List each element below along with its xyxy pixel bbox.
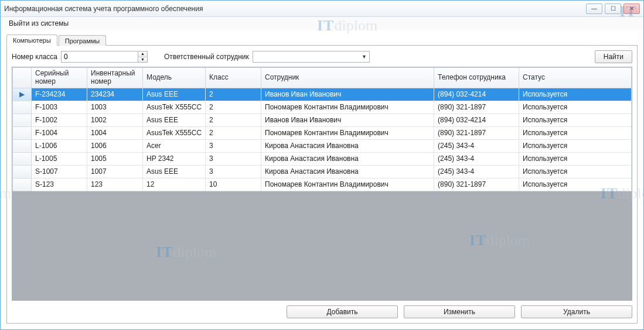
cell-serial[interactable]: S-123	[32, 178, 87, 191]
cell-model[interactable]: Asus EEE	[143, 114, 206, 126]
row-indicator	[13, 152, 32, 165]
class-step-up[interactable]: ▲	[138, 51, 147, 57]
chevron-down-icon: ▼	[362, 54, 367, 60]
cell-inventory[interactable]: 1002	[87, 114, 143, 126]
col-employee[interactable]: Сотрудник	[261, 68, 434, 88]
cell-model[interactable]: 12	[143, 178, 206, 191]
class-number-input[interactable]	[62, 51, 138, 62]
find-button[interactable]: Найти	[595, 50, 632, 63]
table-row[interactable]: ▶F-234234234234Asus EEE2Иванов Иван Иван…	[13, 88, 632, 101]
cell-class[interactable]: 2	[206, 114, 261, 126]
cell-phone[interactable]: (245) 343-4	[434, 139, 519, 152]
cell-model[interactable]: Asus EEE	[143, 165, 206, 178]
cell-model[interactable]: AsusTek X555CC	[143, 126, 206, 139]
menubar: Выйти из системы	[1, 17, 643, 30]
tab-computers[interactable]: Компьютеры	[6, 35, 57, 46]
cell-employee[interactable]: Пономарев Контантин Владимирович	[261, 126, 434, 139]
cell-class[interactable]: 3	[206, 165, 261, 178]
tab-panel-computers: Номер класса ▲ ▼ Ответственный сотрудник…	[6, 45, 638, 324]
cell-phone[interactable]: (890) 321-1897	[434, 178, 519, 191]
row-indicator	[13, 165, 32, 178]
table-row[interactable]: F-10031003AsusTek X555CC2Пономарев Конта…	[13, 101, 632, 114]
table-row[interactable]: S-1231231210Пономарев Контантин Владимир…	[13, 178, 632, 191]
table-row[interactable]: L-10051005HP 23423Кирова Анастасия Ивано…	[13, 152, 632, 165]
class-step-down[interactable]: ▼	[138, 57, 147, 63]
table-row[interactable]: F-10021002Asus EEE2Иванов Иван Иванович(…	[13, 114, 632, 126]
col-class[interactable]: Класс	[206, 68, 261, 88]
cell-model[interactable]: HP 2342	[143, 152, 206, 165]
cell-class[interactable]: 2	[206, 88, 261, 101]
cell-employee[interactable]: Кирова Анастасия Ивановна	[261, 139, 434, 152]
cell-inventory[interactable]: 123	[87, 178, 143, 191]
cell-class[interactable]: 3	[206, 139, 261, 152]
cell-status[interactable]: Используется	[519, 88, 632, 101]
cell-class[interactable]: 3	[206, 152, 261, 165]
cell-model[interactable]: Asus EEE	[143, 88, 206, 101]
row-indicator	[13, 178, 32, 191]
cell-serial[interactable]: L-1006	[32, 139, 87, 152]
cell-phone[interactable]: (894) 032-4214	[434, 88, 519, 101]
col-inventory[interactable]: Инвентарный номер	[87, 68, 143, 88]
cell-phone[interactable]: (245) 343-4	[434, 165, 519, 178]
cell-serial[interactable]: S-1007	[32, 165, 87, 178]
cell-class[interactable]: 10	[206, 178, 261, 191]
edit-button[interactable]: Изменить	[404, 305, 515, 318]
add-button[interactable]: Добавить	[287, 305, 398, 318]
cell-class[interactable]: 2	[206, 126, 261, 139]
delete-button[interactable]: Удалить	[521, 305, 632, 318]
cell-inventory[interactable]: 1005	[87, 152, 143, 165]
cell-status[interactable]: Используется	[519, 114, 632, 126]
cell-employee[interactable]: Кирова Анастасия Ивановна	[261, 165, 434, 178]
cell-status[interactable]: Используется	[519, 139, 632, 152]
cell-phone[interactable]: (894) 032-4214	[434, 114, 519, 126]
col-model[interactable]: Модель	[143, 68, 206, 88]
cell-model[interactable]: Acer	[143, 139, 206, 152]
employee-combobox[interactable]: ▼	[253, 51, 370, 63]
cell-status[interactable]: Используется	[519, 101, 632, 114]
cell-serial[interactable]: F-234234	[32, 88, 87, 101]
cell-employee[interactable]: Пономарев Контантин Владимирович	[261, 101, 434, 114]
cell-inventory[interactable]: 234234	[87, 88, 143, 101]
cell-employee[interactable]: Кирова Анастасия Ивановна	[261, 152, 434, 165]
cell-phone[interactable]: (245) 343-4	[434, 152, 519, 165]
cell-status[interactable]: Используется	[519, 126, 632, 139]
col-phone[interactable]: Телефон сотрудника	[434, 68, 519, 88]
cell-inventory[interactable]: 1006	[87, 139, 143, 152]
cell-inventory[interactable]: 1007	[87, 165, 143, 178]
cell-status[interactable]: Используется	[519, 178, 632, 191]
data-grid[interactable]: Серийный номер Инвентарный номер Модель …	[12, 67, 632, 301]
tab-programs[interactable]: Программы	[59, 35, 106, 46]
tabs: Компьютеры Программы	[6, 32, 638, 45]
close-button[interactable]: ✕	[623, 4, 640, 14]
menu-logout[interactable]: Выйти из системы	[5, 18, 72, 29]
col-serial[interactable]: Серийный номер	[32, 68, 87, 88]
cell-employee[interactable]: Иванов Иван Иванович	[261, 114, 434, 126]
cell-class[interactable]: 2	[206, 101, 261, 114]
window-controls: — ☐ ✕	[586, 4, 640, 14]
maximize-button[interactable]: ☐	[605, 4, 621, 14]
col-status[interactable]: Статус	[519, 68, 632, 88]
row-header-corner	[13, 68, 32, 88]
cell-status[interactable]: Используется	[519, 152, 632, 165]
cell-serial[interactable]: F-1002	[32, 114, 87, 126]
table-row[interactable]: F-10041004AsusTek X555CC2Пономарев Конта…	[13, 126, 632, 139]
content-area: Компьютеры Программы Номер класса ▲ ▼ От…	[1, 30, 643, 329]
header-row: Серийный номер Инвентарный номер Модель …	[13, 68, 632, 88]
table-row[interactable]: S-10071007Asus EEE3Кирова Анастасия Иван…	[13, 165, 632, 178]
cell-inventory[interactable]: 1003	[87, 101, 143, 114]
cell-serial[interactable]: F-1003	[32, 101, 87, 114]
class-number-stepper[interactable]: ▲ ▼	[61, 51, 148, 63]
cell-employee[interactable]: Пономарев Контантин Владимирович	[261, 178, 434, 191]
app-window: ITdiplom IT ITdiplom om ITdiplom ITdiplo…	[0, 0, 644, 330]
cell-phone[interactable]: (890) 321-1897	[434, 101, 519, 114]
cell-inventory[interactable]: 1004	[87, 126, 143, 139]
cell-status[interactable]: Используется	[519, 165, 632, 178]
minimize-button[interactable]: —	[586, 4, 602, 14]
cell-phone[interactable]: (890) 321-1897	[434, 126, 519, 139]
cell-serial[interactable]: F-1004	[32, 126, 87, 139]
cell-employee[interactable]: Иванов Иван Иванович	[261, 88, 434, 101]
table-row[interactable]: L-10061006Acer3Кирова Анастасия Ивановна…	[13, 139, 632, 152]
cell-serial[interactable]: L-1005	[32, 152, 87, 165]
cell-model[interactable]: AsusTek X555CC	[143, 101, 206, 114]
row-indicator	[13, 114, 32, 126]
